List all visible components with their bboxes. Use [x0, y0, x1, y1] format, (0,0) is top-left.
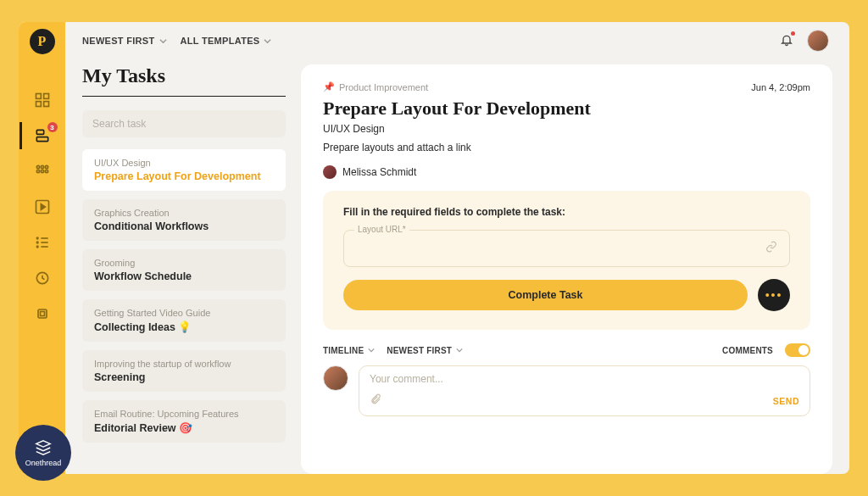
pin-icon: 📌 — [323, 81, 335, 92]
chevron-down-icon — [368, 347, 375, 354]
svg-rect-5 — [36, 137, 47, 142]
detail-description: Prepare layouts and attach a link — [323, 142, 810, 153]
comment-input-box[interactable]: Your comment... SEND — [359, 365, 810, 416]
svg-rect-1 — [43, 94, 48, 99]
comment-avatar — [323, 365, 348, 391]
refresh-icon[interactable] — [32, 268, 53, 288]
svg-point-11 — [45, 170, 47, 172]
notifications-icon[interactable] — [780, 33, 793, 48]
templates-dropdown[interactable]: ALL TEMPLATES — [181, 36, 272, 46]
notification-dot — [791, 31, 795, 36]
svg-rect-20 — [38, 309, 47, 318]
filter-label: ALL TEMPLATES — [181, 36, 260, 46]
complete-task-button[interactable]: Complete Task — [343, 280, 748, 310]
sort-dropdown[interactable]: NEWEST FIRST — [82, 36, 167, 46]
detail-date: Jun 4, 2:09pm — [751, 82, 810, 92]
search-input[interactable]: Search task — [82, 110, 286, 137]
svg-point-7 — [41, 165, 43, 168]
comment-sort-label: NEWEST FIRST — [387, 346, 452, 355]
task-title: Collecting Ideas 💡 — [94, 320, 274, 333]
task-category: Graphics Creation — [94, 208, 274, 218]
chevron-down-icon — [456, 347, 463, 354]
attachment-icon[interactable] — [370, 393, 381, 409]
list-icon[interactable] — [32, 232, 53, 253]
tasks-icon[interactable]: 3 — [32, 125, 53, 146]
svg-rect-3 — [43, 102, 48, 107]
play-icon[interactable] — [32, 197, 53, 217]
timeline-label: TIMELINE — [323, 346, 364, 355]
task-item[interactable]: UI/UX Design Prepare Layout For Developm… — [82, 149, 286, 191]
svg-rect-21 — [40, 312, 44, 316]
svg-point-6 — [36, 165, 39, 168]
sort-label: NEWEST FIRST — [82, 36, 155, 46]
comment-sort-dropdown[interactable]: NEWEST FIRST — [387, 346, 463, 355]
svg-rect-0 — [36, 94, 41, 99]
svg-point-17 — [36, 246, 38, 248]
form-instruction: Fill in the required fields to complete … — [343, 206, 790, 218]
chevron-down-icon — [159, 37, 167, 45]
onethread-label: Onethread — [25, 459, 62, 467]
field-label: Layout URL* — [354, 225, 409, 234]
svg-point-9 — [36, 170, 39, 172]
grid-icon[interactable] — [32, 161, 53, 181]
comments-toggle[interactable] — [785, 343, 810, 357]
task-item[interactable]: Improving the startup of workflow Screen… — [82, 350, 286, 392]
svg-point-8 — [45, 165, 47, 168]
svg-point-13 — [36, 237, 38, 239]
assignee-avatar — [323, 165, 337, 179]
title-underline — [82, 96, 286, 97]
detail-subtitle: UI/UX Design — [323, 123, 810, 135]
cpu-icon[interactable] — [32, 304, 53, 324]
task-item[interactable]: Graphics Creation Conditional Workflows — [82, 199, 286, 241]
dots-icon: ••• — [765, 288, 783, 302]
task-title: Screening — [94, 371, 274, 383]
timeline-dropdown[interactable]: TIMELINE — [323, 346, 375, 355]
detail-category: 📌 Product Improvement — [323, 81, 428, 92]
task-title: Workflow Schedule — [94, 270, 274, 282]
user-avatar[interactable] — [807, 30, 829, 52]
task-item[interactable]: Email Routine: Upcoming Features Editori… — [82, 400, 286, 443]
brand-logo[interactable]: P — [30, 29, 55, 54]
topbar: NEWEST FIRST ALL TEMPLATES — [65, 22, 849, 59]
link-icon — [765, 241, 777, 256]
dashboard-icon[interactable] — [32, 90, 53, 110]
comments-label: COMMENTS — [722, 346, 773, 355]
task-category: Improving the startup of workflow — [94, 359, 274, 369]
more-options-button[interactable]: ••• — [758, 279, 790, 311]
page-title: My Tasks — [82, 64, 286, 87]
task-item[interactable]: Getting Started Video Guide Collecting I… — [82, 299, 286, 342]
send-button[interactable]: SEND — [773, 396, 799, 406]
task-item[interactable]: Grooming Workflow Schedule — [82, 249, 286, 291]
detail-category-label: Product Improvement — [339, 82, 428, 92]
task-category: Getting Started Video Guide — [94, 308, 274, 318]
chevron-down-icon — [264, 37, 271, 45]
task-category: UI/UX Design — [94, 158, 274, 168]
assignee-name: Melissa Schmidt — [342, 166, 416, 178]
svg-point-10 — [41, 170, 43, 172]
sidebar: P 3 — [19, 22, 65, 474]
detail-title: Prepare Layout For Development — [323, 98, 810, 120]
assignee[interactable]: Melissa Schmidt — [323, 165, 810, 179]
task-category: Grooming — [94, 258, 274, 268]
task-title: Conditional Workflows — [94, 220, 274, 232]
task-list-panel: My Tasks Search task UI/UX Design Prepar… — [82, 59, 286, 474]
task-category: Email Routine: Upcoming Features — [94, 409, 274, 419]
layout-url-field[interactable]: Layout URL* — [343, 230, 790, 267]
task-title: Editorial Review 🎯 — [94, 421, 274, 434]
onethread-badge[interactable]: Onethread — [15, 425, 71, 481]
complete-task-form: Fill in the required fields to complete … — [323, 191, 810, 330]
tasks-badge: 3 — [47, 122, 58, 132]
svg-point-15 — [36, 242, 38, 243]
task-title: Prepare Layout For Development — [94, 170, 274, 182]
onethread-icon — [34, 438, 53, 457]
comment-placeholder: Your comment... — [370, 373, 799, 385]
task-detail-panel: 📌 Product Improvement Jun 4, 2:09pm Prep… — [301, 64, 832, 474]
svg-rect-2 — [36, 102, 41, 107]
svg-rect-4 — [36, 130, 43, 134]
